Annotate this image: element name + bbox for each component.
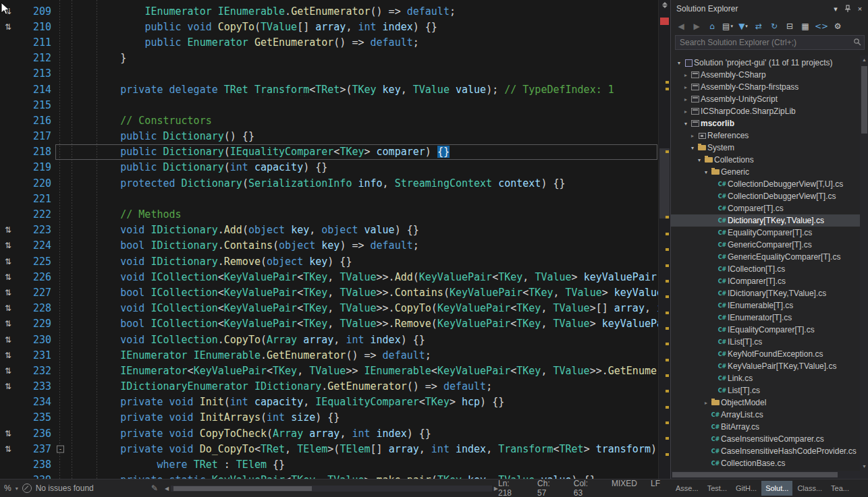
code-line[interactable]: ⇅237- private void Do_CopyTo<TRet, TElem… xyxy=(0,441,658,457)
fold-collapse-icon[interactable]: - xyxy=(57,445,64,452)
code-line[interactable]: ⇅230 void ICollection.CopyTo(Array array… xyxy=(0,332,658,347)
tree-item[interactable]: C#CaseInsensitiveComparer.cs xyxy=(671,433,868,445)
zoom-caret-icon[interactable]: ▾ xyxy=(16,486,18,492)
toolbar-view-code-button[interactable]: <> xyxy=(813,20,830,33)
fold-margin[interactable] xyxy=(51,51,72,66)
code-line[interactable]: 218 public Dictionary(IEqualityComparer<… xyxy=(0,144,658,160)
tree-item[interactable]: ▸ICSharpCode.SharpZipLib xyxy=(671,105,868,117)
issues-icon[interactable] xyxy=(22,484,32,493)
solution-explorer-titlebar[interactable]: Solution Explorer ▾× xyxy=(671,0,868,18)
chevron-collapsed-icon[interactable]: ▸ xyxy=(682,109,690,115)
scrollbar-thumb[interactable] xyxy=(659,148,670,218)
panel-tab[interactable]: Asse... xyxy=(672,481,703,496)
code-line[interactable]: ⇅226 void ICollection<KeyValuePair<TKey,… xyxy=(0,269,658,285)
code-line[interactable]: 234 private void Init(int capacity, IEqu… xyxy=(0,394,658,410)
interface-nav-icon[interactable]: ⇅ xyxy=(5,257,11,266)
toolbar-show-all-files-button[interactable]: ▦ xyxy=(798,20,813,33)
tree-item[interactable]: ▸Assembly-UnityScript xyxy=(671,93,868,105)
chevron-collapsed-icon[interactable]: ▸ xyxy=(702,400,710,406)
fold-margin[interactable] xyxy=(51,379,72,394)
fold-margin[interactable] xyxy=(51,426,72,441)
tree-hscrollbar-thumb[interactable] xyxy=(672,472,838,477)
chevron-expanded-icon[interactable]: ▾ xyxy=(675,60,683,66)
code-line[interactable]: 220 protected Dictionary(SerializationIn… xyxy=(0,175,658,191)
toolbar-refresh-button[interactable]: ↻ xyxy=(767,20,782,33)
toolbar-pending-changes-filter-button[interactable]: ▼▾ xyxy=(736,20,751,33)
code-line[interactable]: 238 where TRet : TElem {} xyxy=(0,457,658,472)
fold-margin[interactable] xyxy=(51,457,72,472)
pen-icon[interactable]: ✎ xyxy=(151,484,165,493)
code-line[interactable]: 219 public Dictionary(int capacity) {} xyxy=(0,160,658,175)
tree-item[interactable]: C#IList[T].cs xyxy=(671,336,868,348)
fold-margin[interactable] xyxy=(51,3,72,19)
tree-item[interactable]: C#GenericComparer[T].cs xyxy=(671,239,868,251)
code-line[interactable]: ⇅223 void IDictionary.Add(object key, ob… xyxy=(0,223,658,238)
breakpoint-margin[interactable]: ⇅ xyxy=(0,382,16,391)
fold-margin[interactable] xyxy=(51,363,72,378)
code-line[interactable]: ⇅228 void ICollection<KeyValuePair<TKey,… xyxy=(0,301,658,316)
chevron-collapsed-icon[interactable]: ▸ xyxy=(688,133,697,139)
scroll-left-icon[interactable]: ◀ xyxy=(165,486,169,492)
tree-item[interactable]: ▾Generic xyxy=(671,166,868,178)
tree-item[interactable]: ▸ObjectModel xyxy=(671,397,868,409)
zoom-control[interactable]: % xyxy=(4,484,11,493)
tree-item[interactable]: C#BitArray.cs xyxy=(671,421,868,433)
tree-item[interactable]: C#Comparer[T].cs xyxy=(671,202,868,214)
tree-scrollbar-thumb[interactable] xyxy=(861,66,867,134)
code-line[interactable]: 221 xyxy=(0,191,658,206)
fold-margin[interactable] xyxy=(51,206,72,222)
auto-hide-pin-icon[interactable] xyxy=(842,3,854,14)
toolbar-home-button[interactable]: ⌂ xyxy=(705,20,720,33)
toolbar-forward-button[interactable]: ▶ xyxy=(689,20,704,33)
fold-margin[interactable]: - xyxy=(51,441,72,457)
tree-item[interactable]: C#EqualityComparer[T].cs xyxy=(671,227,868,239)
toolbar-collapse-all-button[interactable]: ⊟ xyxy=(782,20,797,33)
fold-margin[interactable] xyxy=(51,332,72,347)
tree-item[interactable]: C#ICollection[T].cs xyxy=(671,263,868,275)
tree-horizontal-scrollbar[interactable] xyxy=(671,471,868,479)
interface-nav-icon[interactable]: ⇅ xyxy=(5,429,11,438)
toolbar-back-button[interactable]: ◀ xyxy=(674,20,688,33)
toolbar-properties-button[interactable]: ⚙ xyxy=(830,20,845,33)
interface-nav-icon[interactable]: ⇅ xyxy=(5,241,11,250)
code-line[interactable]: ⇅231 IEnumerator IEnumerable.GetEnumerat… xyxy=(0,347,658,363)
fold-margin[interactable] xyxy=(51,160,72,175)
tree-vertical-scrollbar[interactable]: ▲ ▼ xyxy=(860,55,868,471)
scroll-up-icon[interactable]: ▲ xyxy=(860,57,868,62)
breakpoint-margin[interactable]: ⇅ xyxy=(0,22,16,32)
fold-margin[interactable] xyxy=(51,129,72,144)
tree-item[interactable]: C#IComparer[T].cs xyxy=(671,275,868,287)
chevron-collapsed-icon[interactable]: ▸ xyxy=(682,84,690,90)
tree-item[interactable]: C#IEnumerator[T].cs xyxy=(671,312,868,324)
breakpoint-margin[interactable]: ⇅ xyxy=(0,257,16,266)
fold-margin[interactable] xyxy=(51,175,72,191)
fold-margin[interactable] xyxy=(51,410,72,426)
tree-item[interactable]: C#GenericEqualityComparer[T].cs xyxy=(671,251,868,263)
fold-margin[interactable] xyxy=(51,19,72,34)
interface-nav-icon[interactable]: ⇅ xyxy=(5,351,11,360)
tree-item[interactable]: C#List[T].cs xyxy=(671,384,868,397)
code-line[interactable]: 222 // Methods xyxy=(0,206,658,222)
hscrollbar-track[interactable] xyxy=(171,486,492,492)
fold-margin[interactable] xyxy=(51,473,72,479)
tree-item[interactable]: C#CaseInsensitiveHashCodeProvider.cs xyxy=(671,445,868,457)
tree-item[interactable]: C#IEnumerable[T].cs xyxy=(671,299,868,312)
fold-margin[interactable] xyxy=(51,394,72,410)
issues-label[interactable]: No issues found xyxy=(36,484,94,493)
toolbar-sync-with-active-document-button[interactable]: ⇄ xyxy=(751,20,766,33)
panel-tab[interactable]: GitH... xyxy=(732,481,761,496)
fold-margin[interactable] xyxy=(51,34,72,50)
breakpoint-margin[interactable]: ⇅ xyxy=(0,288,16,297)
breakpoint-margin[interactable]: ⇅ xyxy=(0,241,16,250)
chevron-expanded-icon[interactable]: ▾ xyxy=(702,169,710,175)
fold-margin[interactable] xyxy=(51,269,72,285)
code-line[interactable]: 212 } xyxy=(0,51,658,66)
code-line[interactable]: 235 private void InitArrays(int size) {} xyxy=(0,410,658,426)
chevron-expanded-icon[interactable]: ▾ xyxy=(688,145,697,151)
code-line[interactable]: 239 private static KeyValuePair<TKey, TV… xyxy=(0,473,658,479)
tree-item[interactable]: ▸Assembly-CSharp xyxy=(671,69,868,81)
breakpoint-margin[interactable]: ⇅ xyxy=(0,272,16,282)
code-line[interactable]: 215 xyxy=(0,97,658,113)
interface-nav-icon[interactable]: ⇅ xyxy=(5,335,11,345)
search-input[interactable] xyxy=(675,35,865,50)
